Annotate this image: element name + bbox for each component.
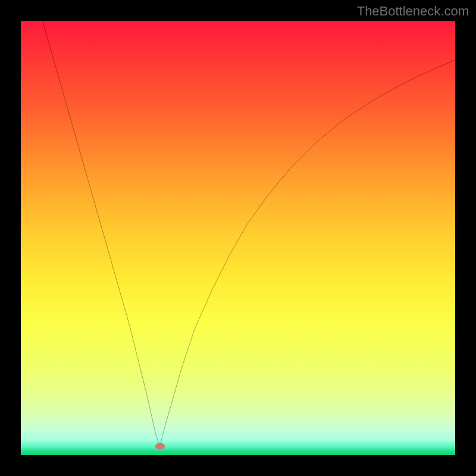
attribution-text: TheBottleneck.com bbox=[357, 4, 469, 19]
minimum-marker bbox=[155, 443, 165, 450]
bottleneck-curve bbox=[43, 21, 456, 446]
plot-area bbox=[21, 21, 455, 455]
curve-layer bbox=[21, 21, 455, 455]
chart-frame: TheBottleneck.com bbox=[0, 0, 476, 476]
